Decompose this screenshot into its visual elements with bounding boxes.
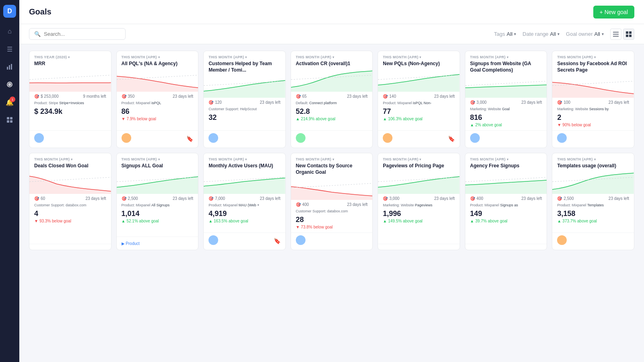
card-change: ▲ 163.5% above goal — [204, 219, 285, 226]
change-percent: 163.5% above goal — [214, 219, 248, 223]
card-period: THIS MONTH (APR) ▾ — [34, 157, 72, 161]
card-goal-info: 🎯 400 — [470, 196, 483, 201]
card-period: THIS MONTH (APR) ▾ — [122, 55, 160, 59]
metric-icon: 🎯 — [208, 196, 213, 201]
goal-card[interactable]: THIS MONTH (APR) ▾ Signups from Website … — [465, 51, 547, 148]
card-footer-right: 🔖 — [448, 135, 455, 142]
card-stats: 🎯 400 23 days left — [465, 194, 547, 202]
card-change: ▼ 7.9% below goal — [117, 117, 198, 124]
arrow-up-icon: ▲ — [208, 219, 213, 223]
goal-value: 2,500 — [128, 196, 138, 201]
goal-card[interactable]: THIS MONTH (APR) ▾ Activation CR (overal… — [291, 51, 373, 148]
date-range-label: Date range — [522, 31, 548, 37]
page-header: Goals + New goal — [19, 0, 644, 24]
sidebar-item-integrations[interactable] — [2, 113, 17, 127]
goal-value: 60 — [41, 196, 45, 201]
card-value: 28 — [291, 215, 373, 225]
card-chart — [204, 76, 285, 98]
arrow-up-icon: ▲ — [470, 219, 474, 223]
card-source: Product: Stripe Stripe+Invoices — [29, 100, 111, 107]
goal-card[interactable]: THIS MONTH (APR) ▾ All PQL's (NA & Agenc… — [116, 51, 199, 148]
goal-card[interactable]: THIS MONTH (APR) ▾ Deals Closed Won Goal… — [29, 153, 111, 250]
svg-rect-7 — [10, 117, 12, 119]
goal-card[interactable]: THIS YEAR (2020) ▾ MRR 🎯 $ 253,000 9 mon… — [29, 51, 111, 148]
card-source: Customer Support: databox.com — [29, 202, 111, 209]
goal-card[interactable]: THIS MONTH (APR) ▾ Sessions by Facebook … — [552, 51, 634, 148]
card-footer: 🔖 — [204, 232, 285, 250]
card-footer-left — [122, 133, 131, 144]
card-header: THIS MONTH (APR) ▾ — [465, 153, 547, 163]
card-footer: 🔖 — [117, 130, 198, 148]
sidebar-item-home[interactable]: ⌂ — [2, 24, 17, 39]
source-name: Goal — [502, 107, 510, 111]
list-view-button[interactable] — [610, 29, 621, 40]
days-left: 23 days left — [173, 196, 193, 201]
grid-view-button[interactable] — [623, 29, 634, 40]
goal-card[interactable]: THIS MONTH (APR) ▾ New Contacts by Sourc… — [291, 153, 373, 250]
card-period: THIS MONTH (APR) ▾ — [208, 157, 247, 161]
goal-value: 3,000 — [477, 100, 487, 105]
days-left: 23 days left — [521, 196, 542, 201]
card-source: Marketing: Website Pageviews — [378, 202, 460, 209]
goal-value: 120 — [215, 100, 222, 105]
card-title: Sessions by Facebook Ad ROI Secrets Page — [552, 61, 634, 76]
avatar — [208, 133, 218, 143]
source-name: isPQL — [151, 101, 161, 105]
goal-card[interactable]: THIS MONTH (APR) ▾ Signups ALL Goal 🎯 2,… — [116, 153, 199, 250]
svg-rect-15 — [626, 35, 628, 37]
card-header: THIS MONTH (APR) ▾ — [117, 153, 198, 163]
card-change: ▲ 373.7% above goal — [552, 219, 634, 226]
days-left: 23 days left — [85, 196, 106, 201]
card-change: ▼ 73.8% below goal — [291, 225, 373, 232]
goal-card[interactable]: THIS MONTH (APR) ▾ Templates usage (over… — [552, 153, 634, 250]
card-value: 2 — [552, 113, 634, 123]
search-input[interactable] — [44, 31, 120, 37]
new-goal-button[interactable]: + New goal — [593, 6, 634, 19]
card-title: New Contacts by Source Organic Goal — [291, 163, 373, 178]
sidebar-item-goals[interactable] — [2, 77, 17, 92]
tag-icon: 🔖 — [448, 136, 455, 142]
app-logo[interactable]: D — [3, 5, 16, 18]
card-stats: 🎯 3,000 23 days left — [378, 194, 460, 202]
goal-card[interactable]: THIS MONTH (APR) ▾ New PQLs (Non-Agency)… — [378, 51, 460, 148]
arrow-up-icon: ▲ — [557, 219, 561, 223]
date-range-filter[interactable]: Date range All ▾ — [522, 31, 559, 37]
goal-card[interactable]: THIS MONTH (APR) ▾ Agency Free Signups 🎯… — [465, 153, 547, 250]
goal-value: $ 253,000 — [41, 94, 59, 99]
goal-card[interactable]: THIS MONTH (APR) ▾ Customers Helped by T… — [203, 51, 286, 148]
card-period: THIS MONTH (APR) ▾ — [296, 157, 334, 161]
card-stats: 🎯 120 23 days left — [204, 98, 285, 106]
card-footer-left — [383, 133, 392, 144]
card-change: ▼ 93.3% below goal — [29, 219, 111, 226]
card-change: ▼ 90% below goal — [552, 123, 634, 130]
card-title: All PQL's (NA & Agency) — [117, 61, 198, 70]
card-header: THIS YEAR (2020) ▾ — [29, 51, 111, 61]
card-value: 1,014 — [117, 209, 198, 219]
card-stats: 🎯 2,500 23 days left — [117, 194, 198, 202]
sidebar-item-list[interactable]: ☰ — [2, 42, 17, 56]
page-title: Goals — [29, 7, 52, 16]
card-chart — [29, 70, 111, 92]
card-stats: 🎯 350 23 days left — [117, 92, 198, 100]
avatar — [470, 133, 480, 143]
avatar — [296, 235, 305, 245]
card-period: THIS MONTH (APR) ▾ — [296, 55, 334, 59]
svg-rect-2 — [11, 64, 12, 70]
metric-icon: 🎯 — [557, 100, 562, 105]
source-name: Stripe+Invoices — [59, 101, 84, 105]
card-period: THIS MONTH (APR) ▾ — [470, 157, 508, 161]
tags-filter[interactable]: Tags All ▾ — [494, 31, 516, 37]
goal-card[interactable]: THIS MONTH (APR) ▾ Monthly Active Users … — [203, 153, 286, 250]
card-stats: 🎯 400 23 days left — [291, 200, 373, 208]
search-box[interactable]: 🔍 — [29, 28, 126, 40]
card-change: ▲ 106.3% above goal — [378, 117, 460, 124]
goal-owner-filter[interactable]: Goal owner All ▾ — [566, 31, 604, 37]
sidebar-item-chart[interactable] — [2, 60, 17, 74]
sidebar-item-alerts[interactable]: 🔔 1 — [2, 95, 17, 109]
goal-card[interactable]: THIS MONTH (APR) ▾ Pageviews of Pricing … — [378, 153, 460, 250]
avatar — [122, 133, 131, 143]
metric-icon: 🎯 — [470, 100, 475, 105]
card-source: Product: Mixpanel MAU (Web + — [204, 202, 285, 209]
header-actions: + New goal — [593, 6, 634, 19]
card-goal-info: 🎯 3,000 — [383, 196, 399, 201]
